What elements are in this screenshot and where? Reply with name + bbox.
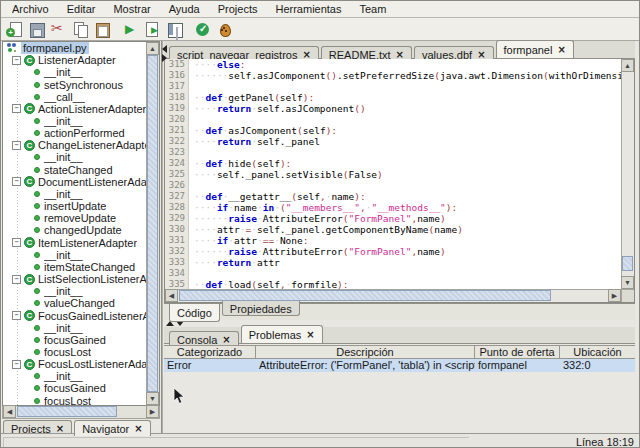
tree-class-listselectionlisteneradapter[interactable]: −CListSelectionListenerAdapter: [3, 273, 146, 285]
scrollbar-thumb[interactable]: [17, 406, 117, 417]
tree-method-init[interactable]: __init__: [3, 370, 146, 382]
tree-method-init[interactable]: __init__: [3, 115, 146, 127]
close-icon[interactable]: ×: [134, 424, 142, 434]
tree-class-documentlisteneradapter[interactable]: −CDocumentListenerAdapter: [3, 176, 146, 188]
tree-method-insertupdate[interactable]: insertUpdate: [3, 200, 146, 212]
column-header-ubicaci-n[interactable]: Ubicación: [560, 346, 635, 358]
toolbar-button-save[interactable]: [26, 19, 47, 40]
toolbar-button-copy[interactable]: [70, 19, 91, 40]
close-icon[interactable]: ×: [306, 330, 314, 340]
code-line: 328····if·name·in·("__members__",·"__met…: [165, 202, 621, 213]
tree-method-init[interactable]: __init__: [3, 66, 146, 78]
tree-method-changedupdate[interactable]: changedUpdate: [3, 224, 146, 236]
scroll-up-icon[interactable]: ▲: [621, 59, 634, 72]
scrollbar-thumb[interactable]: [622, 256, 633, 271]
tree-class-focusgainedlisteneradapter[interactable]: −CFocusGainedListenerAdapter: [3, 309, 146, 321]
scroll-down-icon[interactable]: ▼: [621, 276, 634, 289]
tree-method-itemstatechanged[interactable]: itemStateChanged: [3, 261, 146, 273]
toolbar-button-check[interactable]: [192, 19, 213, 40]
tree-horizontal-scrollbar[interactable]: ◀ ▶: [2, 406, 160, 419]
scroll-left-icon[interactable]: ◀: [165, 289, 178, 302]
close-icon[interactable]: ×: [302, 50, 310, 60]
output-tab-consola[interactable]: Consola×: [169, 331, 239, 346]
menu-item-ayuda[interactable]: Ayuda: [160, 2, 209, 17]
view-tab-c-digo[interactable]: Código: [169, 304, 220, 322]
toolbar-button-run-file[interactable]: [142, 19, 163, 40]
splitter-collapse-control[interactable]: [161, 45, 168, 61]
output-tab-problemas[interactable]: Problemas×: [241, 325, 323, 343]
tree-class-changelisteneradapter[interactable]: −CChangeListenerAdapter: [3, 139, 146, 151]
tree-class-itemlisteneradapter[interactable]: −CItemListenerAdapter: [3, 237, 146, 249]
tree-root-formpanel[interactable]: formpanel.py: [3, 42, 146, 54]
scroll-right-icon[interactable]: ▶: [146, 405, 159, 418]
column-header-punto-de-oferta[interactable]: Punto de oferta: [475, 346, 560, 358]
view-tab-propiedades[interactable]: Propiedades: [222, 301, 300, 316]
toolbar-button-paste[interactable]: [92, 19, 113, 40]
menu-item-projects[interactable]: Projects: [209, 2, 267, 17]
collapse-left-icon[interactable]: [162, 45, 167, 53]
scrollbar-thumb[interactable]: [179, 290, 551, 301]
close-icon[interactable]: ×: [396, 50, 404, 60]
toolbar-button-new-file[interactable]: [4, 19, 25, 40]
editor-tab-formpanel[interactable]: formpanel×: [496, 40, 574, 58]
collapse-icon[interactable]: −: [12, 104, 21, 113]
close-icon[interactable]: ×: [222, 335, 230, 345]
tree-method-valuechanged[interactable]: valueChanged: [3, 297, 146, 309]
tree-vertical-scrollbar[interactable]: ▲ ▼: [146, 42, 159, 405]
problems-table-header[interactable]: CategorizadoDescripciónPunto de ofertaUb…: [164, 345, 635, 359]
panel-tab-navigator[interactable]: Navigator×: [74, 420, 150, 436]
tree-method-init[interactable]: __init__: [3, 322, 146, 334]
collapse-icon[interactable]: −: [12, 238, 21, 247]
column-header-categorizado[interactable]: Categorizado: [164, 346, 256, 358]
splitter-vertical[interactable]: [161, 41, 163, 433]
tree-method-setsynchronous[interactable]: setSynchronous: [3, 78, 146, 90]
collapse-icon[interactable]: −: [12, 141, 21, 150]
close-icon[interactable]: ×: [477, 50, 485, 60]
collapse-icon[interactable]: −: [12, 56, 21, 65]
tree-method-focuslost[interactable]: focusLost: [3, 346, 146, 358]
tree-method-init[interactable]: __init__: [3, 285, 146, 297]
tree-method-init[interactable]: __init__: [3, 249, 146, 261]
menu-item-herramientas[interactable]: Herramientas: [266, 2, 350, 17]
tree-method-call[interactable]: __call__: [3, 91, 146, 103]
tab-label: Navigator: [82, 423, 129, 435]
scroll-up-icon[interactable]: ▲: [146, 42, 159, 55]
tree-method-init[interactable]: __init__: [3, 188, 146, 200]
column-header-descripci-n[interactable]: Descripción: [256, 346, 475, 358]
toolbar-button-run[interactable]: [120, 19, 141, 40]
tree-method-actionperformed[interactable]: actionPerformed: [3, 127, 146, 139]
scroll-down-icon[interactable]: ▼: [146, 392, 159, 405]
tree-method-init[interactable]: __init__: [3, 151, 146, 163]
editor-vertical-scrollbar[interactable]: ▲ ▼: [621, 59, 634, 289]
tree-method-removeupdate[interactable]: removeUpdate: [3, 212, 146, 224]
menu-item-archivo[interactable]: Archivo: [3, 2, 58, 17]
tree-class-listeneradapter[interactable]: −CListenerAdapter: [3, 54, 146, 66]
collapse-icon[interactable]: −: [12, 275, 21, 284]
tree-method-focusgained[interactable]: focusGained: [3, 334, 146, 346]
menu-item-editar[interactable]: Editar: [58, 2, 105, 17]
menu-item-mostrar[interactable]: Mostrar: [104, 2, 159, 17]
code-canvas[interactable]: 315····else:316······self.asJComponent()…: [165, 59, 621, 289]
scrollbar-thumb[interactable]: [147, 55, 158, 392]
collapse-icon[interactable]: −: [12, 311, 21, 320]
close-icon[interactable]: ×: [557, 45, 565, 55]
menu-item-team[interactable]: Team: [351, 2, 396, 17]
tree-method-focuslost[interactable]: focusLost: [3, 395, 146, 405]
tree-class-focuslostlisteneradapter[interactable]: −CFocusLostListenerAdapter: [3, 358, 146, 370]
collapse-icon[interactable]: −: [12, 360, 21, 369]
toolbar-button-cut[interactable]: [48, 19, 69, 40]
collapse-icon[interactable]: −: [12, 177, 21, 186]
problem-row[interactable]: ErrorAttributeError: ('FormPanel', 'tabl…: [164, 359, 635, 372]
toolbar-button-report[interactable]: [164, 19, 185, 40]
scroll-right-icon[interactable]: ▶: [608, 289, 621, 302]
toolbar-button-debug[interactable]: [214, 19, 235, 40]
splitter-horizontal[interactable]: [164, 320, 640, 327]
tree-class-actionlisteneradapter[interactable]: −CActionListenerAdapter: [3, 103, 146, 115]
code-editor[interactable]: 315····else:316······self.asJComponent()…: [164, 59, 635, 303]
navigator-tree[interactable]: formpanel.py −CListenerAdapter__init__se…: [2, 41, 160, 406]
collapse-right-icon[interactable]: [162, 54, 167, 62]
tree-method-statechanged[interactable]: stateChanged: [3, 164, 146, 176]
line-number: 320: [165, 114, 189, 125]
tree-method-focusgained[interactable]: focusGained: [3, 382, 146, 394]
scroll-left-icon[interactable]: ◀: [3, 405, 16, 418]
